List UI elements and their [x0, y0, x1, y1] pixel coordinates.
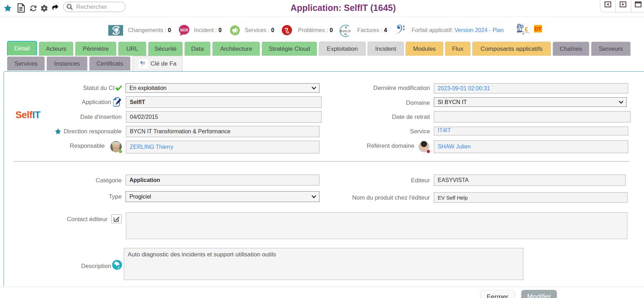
svg-text:€: €: [518, 28, 520, 31]
svg-text:€: €: [525, 26, 528, 32]
svg-text:R: R: [345, 26, 347, 29]
svg-text:SOS: SOS: [180, 28, 188, 32]
svg-text:BUILD: BUILD: [340, 29, 351, 33]
svg-text:N: N: [344, 32, 346, 36]
